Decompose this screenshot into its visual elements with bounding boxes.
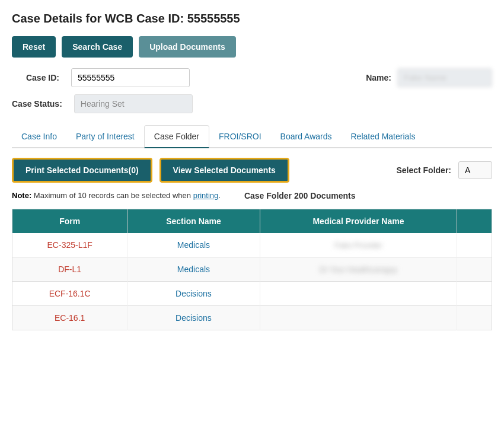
action-row: Print Selected Documents(0) View Selecte… (12, 158, 492, 183)
table-row: EC-16.1Decisions (12, 306, 492, 330)
cell-section: Medicals (127, 257, 260, 282)
col-medical-provider: Medical Provider Name (260, 209, 457, 234)
table-row: DF-L1MedicalsDr Your Healthcareguy (12, 257, 492, 282)
table-header-row: Form Section Name Medical Provider Name (12, 209, 492, 234)
print-selected-button[interactable]: Print Selected Documents(0) (12, 158, 152, 183)
section-link[interactable]: Medicals (177, 265, 210, 274)
select-folder-label: Select Folder: (396, 165, 451, 175)
name-value: Fake Name (397, 68, 492, 87)
tab-case-info[interactable]: Case Info (12, 125, 66, 148)
name-label: Name: (344, 73, 391, 82)
case-folder-count: Case Folder 200 Documents (244, 191, 356, 200)
cell-form: ECF-16.1C (12, 282, 127, 306)
cell-section: Medicals (127, 233, 260, 257)
table-row: EC-325-L1FMedicalsFake Provider (12, 233, 492, 257)
cell-section: Decisions (127, 306, 260, 330)
cell-extra (457, 233, 492, 257)
provider-name: Dr Your Healthcareguy (320, 265, 397, 274)
table-row: ECF-16.1CDecisions (12, 282, 492, 306)
note-row: Note: Maximum of 10 records can be selec… (12, 191, 492, 200)
case-status-value: Hearing Set (74, 94, 193, 113)
col-form: Form (12, 209, 127, 234)
note-text: Note: Maximum of 10 records can be selec… (12, 191, 221, 200)
upload-documents-button[interactable]: Upload Documents (139, 36, 236, 58)
select-folder-input[interactable] (458, 161, 492, 179)
col-section-name: Section Name (127, 209, 260, 234)
col-extra (457, 209, 492, 234)
reset-button[interactable]: Reset (12, 36, 56, 58)
note-label: Note: (12, 191, 31, 200)
cell-form: EC-16.1 (12, 306, 127, 330)
case-id-row: Case ID: Name: Fake Name (12, 68, 492, 87)
case-status-label: Case Status: (12, 99, 62, 109)
section-link[interactable]: Decisions (176, 313, 212, 323)
tab-board-awards[interactable]: Board Awards (271, 125, 342, 148)
cell-form: DF-L1 (12, 257, 127, 282)
cell-extra (457, 306, 492, 330)
tabs-container: Case Info Party of Interest Case Folder … (12, 125, 492, 148)
cell-form: EC-325-L1F (12, 233, 127, 257)
tab-case-folder[interactable]: Case Folder (144, 125, 209, 148)
cell-provider (260, 306, 457, 330)
form-link[interactable]: ECF-16.1C (49, 289, 91, 298)
case-id-label: Case ID: (12, 73, 59, 82)
cell-extra (457, 282, 492, 306)
tab-related-materials[interactable]: Related Materials (342, 125, 425, 148)
cell-provider: Fake Provider (260, 233, 457, 257)
view-selected-button[interactable]: View Selected Documents (160, 158, 289, 183)
case-status-row: Case Status: Hearing Set (12, 94, 492, 113)
cell-extra (457, 257, 492, 282)
form-link[interactable]: DF-L1 (58, 265, 81, 274)
search-case-button[interactable]: Search Case (62, 36, 133, 58)
printing-link[interactable]: printing (193, 191, 219, 200)
section-link[interactable]: Medicals (177, 240, 210, 250)
tab-party-of-interest[interactable]: Party of Interest (66, 125, 144, 148)
toolbar: Reset Search Case Upload Documents (12, 36, 492, 58)
page-title: Case Details for WCB Case ID: 55555555 (12, 12, 492, 26)
section-link[interactable]: Decisions (176, 289, 212, 298)
note-body: Maximum of 10 records can be selected wh… (34, 191, 221, 200)
provider-name: Fake Provider (334, 241, 382, 250)
case-id-input[interactable] (71, 68, 190, 87)
form-link[interactable]: EC-325-L1F (47, 240, 92, 250)
cell-provider (260, 282, 457, 306)
documents-table: Form Section Name Medical Provider Name … (12, 209, 492, 330)
cell-provider: Dr Your Healthcareguy (260, 257, 457, 282)
cell-section: Decisions (127, 282, 260, 306)
form-link[interactable]: EC-16.1 (55, 313, 85, 323)
tab-froi-sroi[interactable]: FROI/SROI (209, 125, 271, 148)
